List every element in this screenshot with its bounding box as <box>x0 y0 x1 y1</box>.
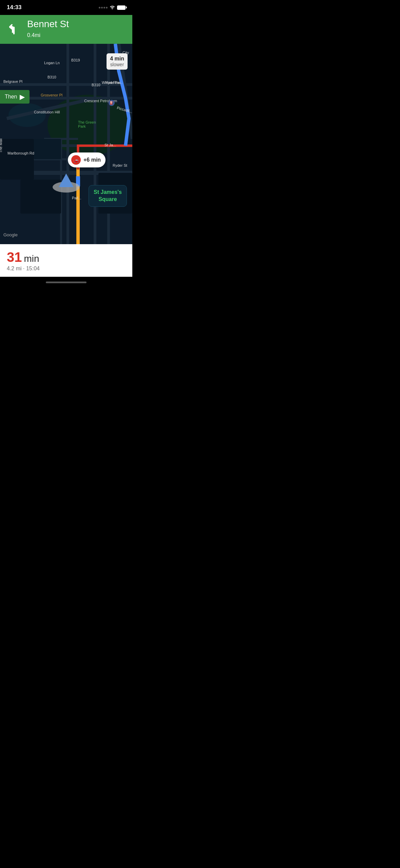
nav-street: Bennet St <box>27 19 127 30</box>
home-bar <box>46 282 87 283</box>
wifi-icon <box>110 5 115 10</box>
then-box: Then ▶ <box>0 90 30 104</box>
slower-badge: 4 min slower <box>107 53 128 70</box>
then-label: Then <box>5 94 17 100</box>
traffic-delay: +6 min <box>83 157 101 163</box>
eta-min-label: min <box>24 253 39 264</box>
eta-details: 4.2 mi · 15:04 <box>7 266 126 272</box>
nav-info: Bennet St 0.4mi <box>27 19 127 39</box>
location-ellipse <box>53 182 80 193</box>
traffic-badge: 🚗 +6 min <box>68 152 106 167</box>
then-direction-icon: ▶ <box>20 93 25 101</box>
status-time: 14:33 <box>7 4 21 11</box>
signal-icon <box>99 7 108 8</box>
battery-icon <box>117 5 126 10</box>
st-james-label: St James's Square <box>94 189 122 203</box>
eta-minutes: 31 <box>7 250 22 265</box>
home-indicator <box>0 277 132 287</box>
map-area: Then ▶ 4 min slower Belgrave Pl B319 B31… <box>0 44 132 244</box>
svg-rect-21 <box>34 139 61 159</box>
status-icons <box>99 5 126 10</box>
nav-header: Bennet St 0.4mi <box>0 15 132 44</box>
slower-time: 4 min <box>110 55 124 62</box>
svg-rect-20 <box>0 139 34 180</box>
gas-station-pin: ⛽ <box>109 100 115 106</box>
turn-arrow-icon <box>5 20 22 37</box>
navigation-arrow <box>59 174 74 187</box>
slower-label: slower <box>110 62 124 68</box>
nav-distance: 0.4mi <box>27 30 127 39</box>
map-svg <box>0 44 132 244</box>
eta-row: 31 min <box>7 250 126 265</box>
st-james-badge: St James's Square <box>89 185 127 207</box>
bottom-bar: 31 min 4.2 mi · 15:04 <box>0 244 132 277</box>
status-bar: 14:33 <box>0 0 132 15</box>
traffic-icon: 🚗 <box>71 155 81 165</box>
location-marker <box>53 182 80 193</box>
google-watermark: Google <box>3 232 18 237</box>
